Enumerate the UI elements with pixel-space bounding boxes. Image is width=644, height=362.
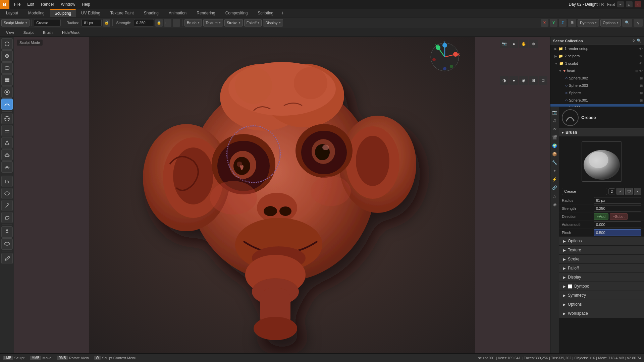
dyntopo-header[interactable]: ▶ Dyntopo <box>559 282 644 291</box>
menu-render[interactable]: Render <box>38 0 57 9</box>
brush-name-field[interactable]: Crease <box>562 188 607 195</box>
stroke-dropdown[interactable]: Stroke <box>224 19 243 26</box>
props-icon-output[interactable]: 🖨 <box>551 117 558 124</box>
tool-grab[interactable] <box>1 176 13 187</box>
tab-sculpting[interactable]: Sculpting <box>50 9 76 17</box>
symmetry-header[interactable]: ▶ Symmetry <box>559 291 644 300</box>
maximize-btn[interactable]: □ <box>626 1 633 7</box>
props-icon-particle[interactable]: ✦ <box>551 167 558 175</box>
sub-hidemask[interactable]: Hide/Mask <box>59 29 83 36</box>
outliner-item-sphere003[interactable]: ○ Sphere.003 ⊞ <box>550 82 644 89</box>
tool-draw-sharp[interactable] <box>1 50 13 62</box>
tab-rendering[interactable]: Rendering <box>192 9 220 17</box>
outliner-item-sculpt001[interactable]: ○ sculpt.001 ⊞ <box>550 104 644 107</box>
overlay-btn[interactable]: ⊞ <box>568 19 576 27</box>
tool-thumb[interactable] <box>1 212 13 223</box>
brush-name-display[interactable]: Crease <box>34 19 61 26</box>
direction-add-btn[interactable]: + Add <box>594 213 608 220</box>
props-icon-physics[interactable]: ⚡ <box>551 176 558 183</box>
viewport-xray-btn[interactable]: ⊡ <box>539 76 547 85</box>
x-axis-btn[interactable]: X <box>541 19 548 27</box>
strength-input[interactable]: 0.250 <box>134 19 154 26</box>
viewport-shading-render[interactable]: ◉ <box>519 76 528 85</box>
props-icon-object[interactable]: 📦 <box>551 150 558 158</box>
outliner-search-btn[interactable]: 🔍 <box>637 39 641 43</box>
menu-edit[interactable]: Edit <box>24 0 38 9</box>
tool-elastic-grab[interactable] <box>1 188 13 199</box>
tool-draw[interactable] <box>1 38 13 50</box>
strength-lock-btn[interactable]: 🔒 <box>155 19 163 27</box>
texture-header[interactable]: ▶ Texture <box>559 246 644 254</box>
tool-smooth[interactable] <box>1 113 13 124</box>
tab-compositing[interactable]: Compositing <box>221 9 253 17</box>
tool-clay[interactable] <box>1 62 13 74</box>
subtract-btn[interactable]: − <box>173 19 180 27</box>
search-btn[interactable]: 🔍 <box>622 19 632 27</box>
mode-selector[interactable]: Sculpt Mode <box>1 19 30 26</box>
viewport[interactable]: X Y Z 📷 ● ✋ ⊕ ◑ ● ◉ ⊞ ⊡ <box>14 37 550 353</box>
dyntopo-dropdown[interactable]: Dyntopo <box>578 19 599 26</box>
tool-inflate[interactable] <box>1 86 13 98</box>
props-icon-material[interactable]: ◉ <box>551 201 558 208</box>
prop-radius-value[interactable]: 81 px <box>594 197 641 204</box>
tool-crease[interactable] <box>1 99 13 110</box>
viewport-shading-solid[interactable]: ◑ <box>500 76 508 85</box>
outliner-item-sphere001[interactable]: ○ Sphere.001 ⊞ <box>550 97 644 104</box>
props-icon-view[interactable]: 👁 <box>551 125 558 133</box>
options-dropdown[interactable]: Options <box>600 19 621 26</box>
tool-annotate[interactable] <box>1 253 13 264</box>
tool-pinch[interactable] <box>1 161 13 173</box>
tool-flatten[interactable] <box>1 125 13 136</box>
prop-pinch-value[interactable]: 0.500 <box>594 229 641 236</box>
tool-scrape[interactable] <box>1 149 13 161</box>
outliner-restrict-6[interactable]: ⊞ <box>640 84 643 87</box>
viewport-render-btn[interactable]: ● <box>509 40 518 48</box>
tool-fill[interactable] <box>1 137 13 148</box>
options-header-2[interactable]: ▶ Options <box>559 300 644 309</box>
direction-sub-btn[interactable]: − Subtr. <box>610 213 628 220</box>
outliner-item-sphere[interactable]: ○ Sphere ⊞ <box>550 89 644 97</box>
brush-shield-btn[interactable]: 🛡 <box>625 188 633 195</box>
add-workspace-btn[interactable]: + <box>279 9 286 17</box>
menu-file[interactable]: File <box>11 0 24 9</box>
dyntopo-checkbox[interactable] <box>568 284 572 289</box>
viewport-overlay-btn[interactable]: ⊞ <box>529 76 538 85</box>
brush-id-field[interactable]: 2 <box>608 188 615 194</box>
z-axis-btn[interactable]: Z <box>559 19 567 27</box>
tab-uv-editing[interactable]: UV Editing <box>76 9 105 17</box>
filter-btn[interactable]: ⧬ <box>634 19 643 27</box>
radius-lock-btn[interactable]: 🔒 <box>103 19 110 27</box>
outliner-eye-4[interactable]: 👁 <box>639 69 643 73</box>
minimize-btn[interactable]: − <box>617 1 624 7</box>
sub-brush[interactable]: Brush <box>40 29 56 36</box>
display-header[interactable]: ▶ Display <box>559 273 644 282</box>
close-btn[interactable]: × <box>635 1 641 7</box>
tab-layout[interactable]: Layout <box>1 9 23 17</box>
prop-strength-value[interactable]: 0.250 <box>594 205 641 212</box>
brush-close-btn[interactable]: × <box>634 188 641 195</box>
workspace-header[interactable]: ▶ Workspace <box>559 309 644 318</box>
tool-pose[interactable] <box>1 226 13 238</box>
tool-snake-hook[interactable] <box>1 200 13 211</box>
sub-sculpt[interactable]: Sculpt <box>20 29 37 36</box>
outliner-item-sphere002[interactable]: ○ Sphere.002 ⊞ <box>550 74 644 82</box>
outliner-item-helpers[interactable]: ▶ 📁 2 helpers 👁 <box>550 52 644 60</box>
radius-input[interactable]: 81 px <box>82 19 102 26</box>
tab-modeling[interactable]: Modeling <box>23 9 49 17</box>
viewport-move-btn[interactable]: ✋ <box>519 40 528 48</box>
outliner-eye-3[interactable]: 👁 <box>639 62 643 65</box>
tool-mask[interactable] <box>1 238 13 250</box>
stroke-header[interactable]: ▶ Stroke <box>559 255 644 263</box>
outliner-restrict-5[interactable]: ⊞ <box>640 76 643 80</box>
props-icon-render[interactable]: 📷 <box>551 109 558 116</box>
outliner-filter-btn[interactable]: ⧬ <box>632 39 635 43</box>
viewport-zoom-btn[interactable]: ⊕ <box>529 40 538 48</box>
add-btn[interactable]: + <box>164 19 171 27</box>
brush-check-btn[interactable]: ✓ <box>616 188 624 195</box>
props-icon-world[interactable]: 🌍 <box>551 142 558 149</box>
outliner-eye-1[interactable]: 👁 <box>639 47 643 51</box>
outliner-eye-2[interactable]: 👁 <box>639 54 643 58</box>
props-icon-data[interactable]: △ <box>551 192 558 200</box>
props-icon-constraint[interactable]: 🔗 <box>551 184 558 191</box>
brush-section-header[interactable]: Brush <box>559 128 644 137</box>
